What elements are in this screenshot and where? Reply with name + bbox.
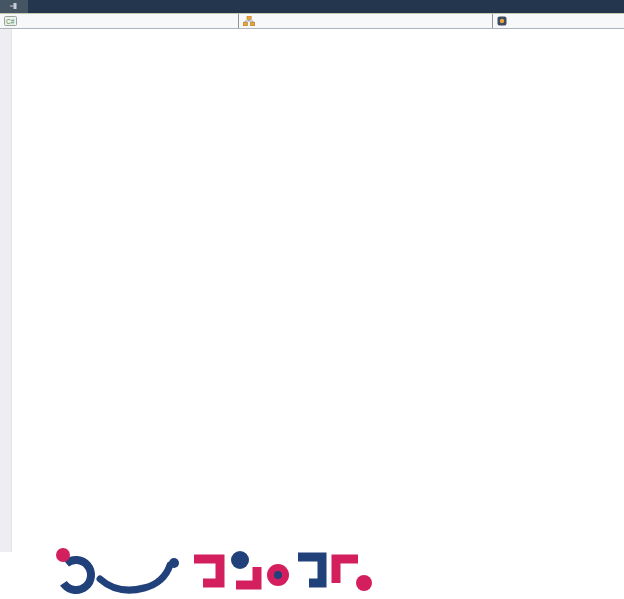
type-dropdown[interactable]: [239, 14, 493, 28]
svg-text:C#: C#: [6, 18, 15, 25]
pin-icon[interactable]: [10, 2, 18, 12]
navigation-bar: C#: [0, 14, 624, 29]
member-dropdown[interactable]: [493, 14, 624, 28]
document-tab-bar: [0, 0, 624, 14]
code-editor: [0, 29, 624, 599]
watermark-logo: [52, 545, 374, 597]
method-icon: [497, 16, 507, 26]
csharp-project-icon: C#: [4, 16, 17, 26]
tab-program-cs[interactable]: [0, 0, 28, 13]
project-dropdown[interactable]: C#: [0, 14, 239, 28]
vs-editor-window: C#: [0, 0, 624, 599]
editor-indicator-margin: [0, 29, 12, 552]
class-icon: [243, 16, 255, 26]
